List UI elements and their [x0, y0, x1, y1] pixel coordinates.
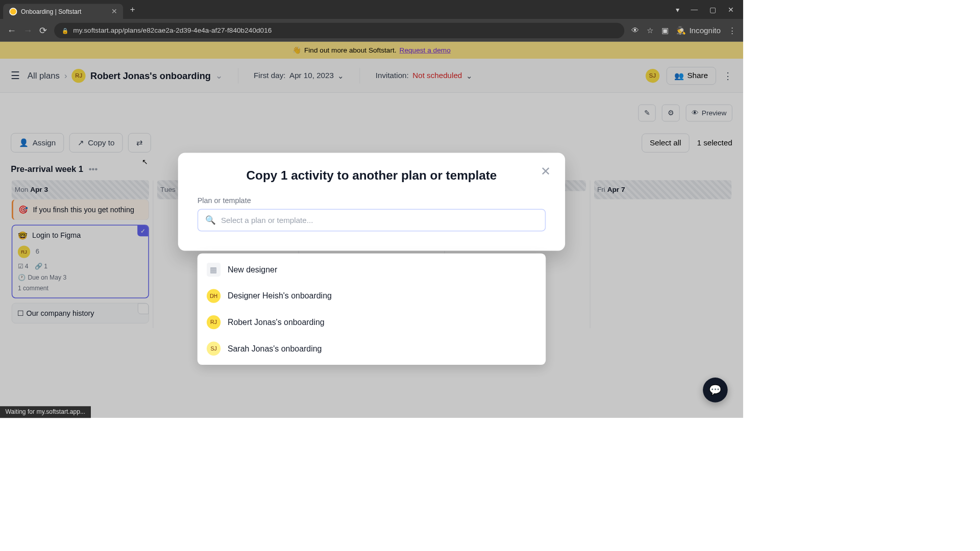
avatar-icon: DH — [207, 289, 220, 303]
dropdown-option-dh[interactable]: DH Designer Heish's onboarding — [198, 283, 546, 309]
modal-title: Copy 1 activity to another plan or templ… — [198, 168, 546, 183]
bookmark-icon[interactable]: ☆ — [647, 26, 654, 35]
window-minimize-icon[interactable]: — — [691, 6, 698, 14]
plan-search-box[interactable]: 🔍 — [198, 209, 546, 231]
window-close-icon[interactable]: ✕ — [728, 6, 733, 14]
forward-icon: → — [23, 25, 32, 36]
copy-activity-modal: ✕ Copy 1 activity to another plan or tem… — [178, 153, 565, 251]
favicon — [9, 8, 17, 15]
browser-tab-strip: Onboarding | Softstart ✕ + ▾ — ▢ ✕ — [0, 0, 743, 19]
dropdown-option-template[interactable]: ▦ New designer — [198, 257, 546, 283]
window-maximize-icon[interactable]: ▢ — [709, 6, 716, 14]
avatar-icon: SJ — [207, 342, 220, 356]
dropdown-option-sj[interactable]: SJ Sarah Jonas's onboarding — [198, 335, 546, 362]
plan-dropdown: ▦ New designer DH Designer Heish's onboa… — [198, 254, 546, 365]
browser-menu-icon[interactable]: ⋮ — [728, 26, 736, 35]
browser-status-bar: Waiting for my.softstart.app... — [0, 406, 91, 418]
browser-tab[interactable]: Onboarding | Softstart ✕ — [3, 4, 123, 19]
close-icon[interactable]: ✕ — [541, 164, 551, 179]
search-icon: 🔍 — [205, 215, 215, 226]
incognito-icon: 🕵️ — [676, 26, 686, 35]
lock-icon: 🔒 — [62, 28, 68, 34]
chat-fab[interactable]: 💬 — [703, 378, 728, 403]
avatar-icon: RJ — [207, 315, 220, 329]
eye-off-icon[interactable]: 👁 — [631, 26, 639, 35]
back-icon[interactable]: ← — [7, 25, 16, 36]
reload-icon[interactable]: ⟳ — [39, 25, 47, 36]
minimize-icon[interactable]: ▾ — [676, 6, 679, 14]
tab-title: Onboarding | Softstart — [21, 8, 107, 15]
address-bar[interactable]: 🔒 my.softstart.app/plans/e82cae2a-2d39-4… — [54, 23, 624, 38]
dropdown-option-rj[interactable]: RJ Robert Jonas's onboarding — [198, 309, 546, 336]
new-tab-button[interactable]: + — [130, 5, 135, 15]
incognito-badge[interactable]: 🕵️ Incognito — [676, 26, 721, 35]
browser-toolbar: ← → ⟳ 🔒 my.softstart.app/plans/e82cae2a-… — [0, 19, 743, 42]
modal-field-label: Plan or template — [198, 196, 546, 205]
plan-search-input[interactable] — [221, 216, 538, 224]
extensions-icon[interactable]: ▣ — [662, 26, 669, 35]
url-text: my.softstart.app/plans/e82cae2a-2d39-4e4… — [73, 27, 272, 35]
template-icon: ▦ — [207, 263, 220, 277]
chat-icon: 💬 — [709, 384, 721, 396]
close-tab-icon[interactable]: ✕ — [111, 7, 117, 16]
